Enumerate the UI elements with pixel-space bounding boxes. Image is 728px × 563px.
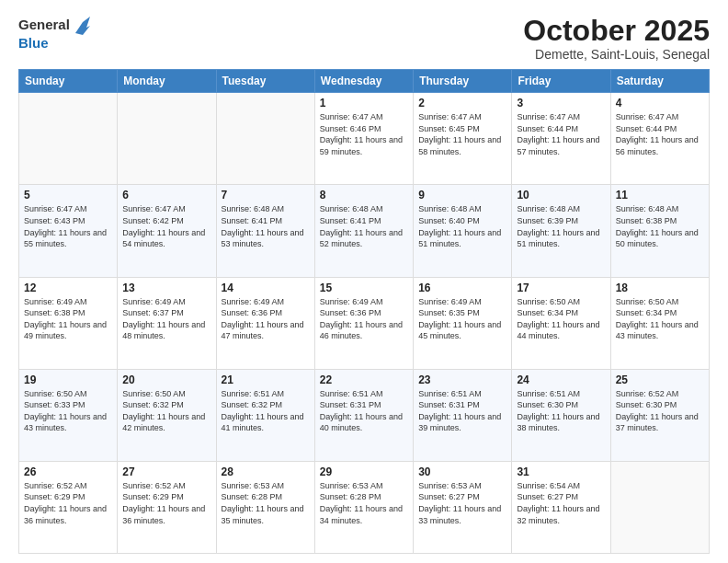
weekday-header: Wednesday xyxy=(314,70,413,93)
day-info: Sunrise: 6:50 AMSunset: 6:32 PMDaylight:… xyxy=(122,388,210,434)
day-info: Sunrise: 6:49 AMSunset: 6:36 PMDaylight:… xyxy=(222,296,310,342)
title-block: October 2025 Demette, Saint-Louis, Seneg… xyxy=(523,15,710,62)
weekday-header: Saturday xyxy=(610,70,709,93)
calendar-cell: 21Sunrise: 6:51 AMSunset: 6:32 PMDayligh… xyxy=(216,369,314,461)
calendar-cell xyxy=(610,461,709,553)
day-info: Sunrise: 6:47 AMSunset: 6:43 PMDaylight:… xyxy=(24,203,112,249)
calendar-cell: 17Sunrise: 6:50 AMSunset: 6:34 PMDayligh… xyxy=(512,277,610,369)
day-number: 13 xyxy=(122,282,210,294)
calendar-cell: 6Sunrise: 6:47 AMSunset: 6:42 PMDaylight… xyxy=(118,185,216,277)
calendar-cell: 19Sunrise: 6:50 AMSunset: 6:33 PMDayligh… xyxy=(19,369,118,461)
day-number: 10 xyxy=(517,189,605,201)
weekday-header: Tuesday xyxy=(216,70,314,93)
day-number: 21 xyxy=(222,373,310,386)
day-info: Sunrise: 6:52 AMSunset: 6:29 PMDaylight:… xyxy=(122,480,210,526)
day-info: Sunrise: 6:48 AMSunset: 6:41 PMDaylight:… xyxy=(320,203,408,249)
day-number: 9 xyxy=(418,189,506,201)
calendar-cell: 20Sunrise: 6:50 AMSunset: 6:32 PMDayligh… xyxy=(118,369,216,461)
calendar-cell: 5Sunrise: 6:47 AMSunset: 6:43 PMDaylight… xyxy=(19,185,118,277)
day-number: 2 xyxy=(418,97,506,109)
day-info: Sunrise: 6:51 AMSunset: 6:31 PMDaylight:… xyxy=(320,388,408,434)
day-number: 25 xyxy=(616,373,704,386)
calendar-cell: 23Sunrise: 6:51 AMSunset: 6:31 PMDayligh… xyxy=(414,369,512,461)
logo-bird-icon xyxy=(74,15,90,35)
page: General Blue October 2025 Demette, Saint… xyxy=(0,0,728,563)
calendar-cell: 16Sunrise: 6:49 AMSunset: 6:35 PMDayligh… xyxy=(414,277,512,369)
calendar-week-row: 5Sunrise: 6:47 AMSunset: 6:43 PMDaylight… xyxy=(19,185,710,277)
day-number: 22 xyxy=(320,373,408,386)
calendar-cell: 18Sunrise: 6:50 AMSunset: 6:34 PMDayligh… xyxy=(610,277,709,369)
calendar-cell: 29Sunrise: 6:53 AMSunset: 6:28 PMDayligh… xyxy=(314,461,413,553)
day-number: 17 xyxy=(517,282,605,294)
calendar-cell: 25Sunrise: 6:52 AMSunset: 6:30 PMDayligh… xyxy=(610,369,709,461)
day-number: 27 xyxy=(122,465,210,478)
day-info: Sunrise: 6:47 AMSunset: 6:46 PMDaylight:… xyxy=(320,111,408,157)
day-info: Sunrise: 6:51 AMSunset: 6:30 PMDaylight:… xyxy=(517,388,605,434)
calendar-cell: 24Sunrise: 6:51 AMSunset: 6:30 PMDayligh… xyxy=(512,369,610,461)
weekday-header: Monday xyxy=(118,70,216,93)
header: General Blue October 2025 Demette, Saint… xyxy=(18,15,710,62)
day-number: 3 xyxy=(517,97,605,109)
calendar-table: SundayMondayTuesdayWednesdayThursdayFrid… xyxy=(18,69,710,554)
calendar-cell xyxy=(19,93,118,185)
day-number: 7 xyxy=(222,189,310,201)
calendar-cell: 28Sunrise: 6:53 AMSunset: 6:28 PMDayligh… xyxy=(216,461,314,553)
day-info: Sunrise: 6:52 AMSunset: 6:29 PMDaylight:… xyxy=(24,480,112,526)
calendar-cell: 12Sunrise: 6:49 AMSunset: 6:38 PMDayligh… xyxy=(19,277,118,369)
day-info: Sunrise: 6:49 AMSunset: 6:35 PMDaylight:… xyxy=(418,296,506,342)
calendar-cell xyxy=(216,93,314,185)
day-info: Sunrise: 6:47 AMSunset: 6:42 PMDaylight:… xyxy=(122,203,210,249)
calendar-header-row: SundayMondayTuesdayWednesdayThursdayFrid… xyxy=(19,70,710,93)
day-info: Sunrise: 6:50 AMSunset: 6:33 PMDaylight:… xyxy=(24,388,112,434)
logo: General Blue xyxy=(18,15,90,52)
calendar-cell: 13Sunrise: 6:49 AMSunset: 6:37 PMDayligh… xyxy=(118,277,216,369)
day-number: 29 xyxy=(320,465,408,478)
calendar-cell: 2Sunrise: 6:47 AMSunset: 6:45 PMDaylight… xyxy=(414,93,512,185)
day-info: Sunrise: 6:47 AMSunset: 6:45 PMDaylight:… xyxy=(418,111,506,157)
calendar-cell: 26Sunrise: 6:52 AMSunset: 6:29 PMDayligh… xyxy=(19,461,118,553)
day-info: Sunrise: 6:53 AMSunset: 6:27 PMDaylight:… xyxy=(418,480,506,526)
day-info: Sunrise: 6:49 AMSunset: 6:38 PMDaylight:… xyxy=(24,296,112,342)
day-info: Sunrise: 6:53 AMSunset: 6:28 PMDaylight:… xyxy=(320,480,408,526)
day-info: Sunrise: 6:50 AMSunset: 6:34 PMDaylight:… xyxy=(616,296,704,342)
calendar-cell: 22Sunrise: 6:51 AMSunset: 6:31 PMDayligh… xyxy=(314,369,413,461)
day-info: Sunrise: 6:53 AMSunset: 6:28 PMDaylight:… xyxy=(222,480,310,526)
weekday-header: Friday xyxy=(512,70,610,93)
calendar-cell: 8Sunrise: 6:48 AMSunset: 6:41 PMDaylight… xyxy=(314,185,413,277)
day-number: 6 xyxy=(122,189,210,201)
day-number: 26 xyxy=(24,465,112,478)
day-number: 23 xyxy=(418,373,506,386)
day-info: Sunrise: 6:54 AMSunset: 6:27 PMDaylight:… xyxy=(517,480,605,526)
day-info: Sunrise: 6:51 AMSunset: 6:32 PMDaylight:… xyxy=(222,388,310,434)
day-info: Sunrise: 6:48 AMSunset: 6:39 PMDaylight:… xyxy=(517,203,605,249)
day-info: Sunrise: 6:47 AMSunset: 6:44 PMDaylight:… xyxy=(517,111,605,157)
calendar-cell: 15Sunrise: 6:49 AMSunset: 6:36 PMDayligh… xyxy=(314,277,413,369)
day-number: 31 xyxy=(517,465,605,478)
calendar-cell: 14Sunrise: 6:49 AMSunset: 6:36 PMDayligh… xyxy=(216,277,314,369)
calendar-cell: 11Sunrise: 6:48 AMSunset: 6:38 PMDayligh… xyxy=(610,185,709,277)
day-number: 15 xyxy=(320,282,408,294)
day-number: 30 xyxy=(418,465,506,478)
day-number: 28 xyxy=(222,465,310,478)
day-info: Sunrise: 6:48 AMSunset: 6:38 PMDaylight:… xyxy=(616,203,704,249)
calendar-cell: 9Sunrise: 6:48 AMSunset: 6:40 PMDaylight… xyxy=(414,185,512,277)
weekday-header: Thursday xyxy=(414,70,512,93)
calendar-cell: 27Sunrise: 6:52 AMSunset: 6:29 PMDayligh… xyxy=(118,461,216,553)
day-number: 5 xyxy=(24,189,112,201)
calendar-cell: 3Sunrise: 6:47 AMSunset: 6:44 PMDaylight… xyxy=(512,93,610,185)
calendar-cell: 30Sunrise: 6:53 AMSunset: 6:27 PMDayligh… xyxy=(414,461,512,553)
day-number: 16 xyxy=(418,282,506,294)
location-subtitle: Demette, Saint-Louis, Senegal xyxy=(523,47,710,62)
day-info: Sunrise: 6:47 AMSunset: 6:44 PMDaylight:… xyxy=(616,111,704,157)
day-number: 24 xyxy=(517,373,605,386)
day-number: 11 xyxy=(616,189,704,201)
logo-blue-text: Blue xyxy=(18,35,49,51)
calendar-cell: 31Sunrise: 6:54 AMSunset: 6:27 PMDayligh… xyxy=(512,461,610,553)
day-info: Sunrise: 6:48 AMSunset: 6:41 PMDaylight:… xyxy=(222,203,310,249)
day-number: 8 xyxy=(320,189,408,201)
day-info: Sunrise: 6:52 AMSunset: 6:30 PMDaylight:… xyxy=(616,388,704,434)
calendar-cell: 1Sunrise: 6:47 AMSunset: 6:46 PMDaylight… xyxy=(314,93,413,185)
day-info: Sunrise: 6:48 AMSunset: 6:40 PMDaylight:… xyxy=(418,203,506,249)
day-number: 19 xyxy=(24,373,112,386)
day-info: Sunrise: 6:51 AMSunset: 6:31 PMDaylight:… xyxy=(418,388,506,434)
